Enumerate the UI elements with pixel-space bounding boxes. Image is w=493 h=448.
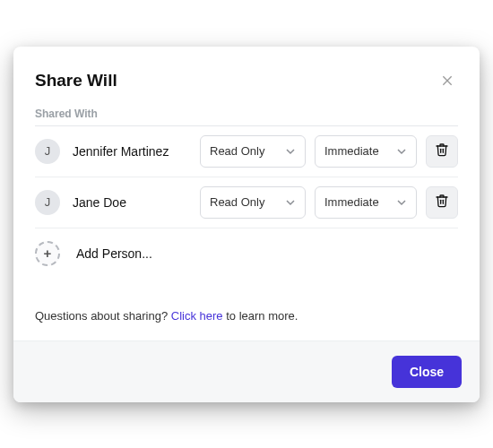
- shared-with-label: Shared With: [35, 108, 458, 126]
- shared-person-row: J Jennifer Martinez Read Only Immediate: [35, 126, 458, 177]
- chevron-down-icon: [396, 197, 407, 208]
- modal-title: Share Will: [35, 71, 117, 90]
- help-suffix: to learn more.: [223, 309, 298, 323]
- trash-icon: [435, 194, 449, 211]
- plus-icon: +: [35, 241, 60, 266]
- chevron-down-icon: [285, 146, 296, 157]
- avatar: J: [35, 139, 60, 164]
- chevron-down-icon: [285, 197, 296, 208]
- timing-select-value: Immediate: [324, 195, 379, 209]
- help-text: Questions about sharing? Click here to l…: [35, 309, 458, 323]
- modal-footer: Close: [13, 340, 480, 402]
- learn-more-link[interactable]: Click here: [171, 309, 223, 323]
- help-prefix: Questions about sharing?: [35, 309, 171, 323]
- avatar: J: [35, 190, 60, 215]
- trash-icon: [435, 142, 449, 160]
- access-select-value: Read Only: [210, 144, 264, 158]
- modal-body: Share Will Shared With J Jennifer Martin…: [13, 47, 480, 340]
- close-button[interactable]: Close: [392, 356, 462, 388]
- timing-select[interactable]: Immediate: [315, 186, 417, 219]
- person-name: Jennifer Martinez: [69, 144, 191, 159]
- close-icon[interactable]: [437, 70, 458, 91]
- timing-select-value: Immediate: [324, 144, 379, 158]
- chevron-down-icon: [396, 146, 407, 157]
- person-name: Jane Doe: [69, 195, 191, 210]
- share-modal: Share Will Shared With J Jennifer Martin…: [13, 47, 480, 402]
- timing-select[interactable]: Immediate: [315, 135, 417, 168]
- delete-button[interactable]: [426, 135, 458, 168]
- modal-header: Share Will: [35, 70, 458, 91]
- delete-button[interactable]: [426, 186, 458, 219]
- add-person-button[interactable]: + Add Person...: [35, 228, 458, 273]
- access-select[interactable]: Read Only: [200, 135, 306, 168]
- access-select-value: Read Only: [210, 195, 264, 209]
- add-person-label: Add Person...: [73, 246, 152, 261]
- access-select[interactable]: Read Only: [200, 186, 306, 219]
- shared-person-row: J Jane Doe Read Only Immediate: [35, 177, 458, 228]
